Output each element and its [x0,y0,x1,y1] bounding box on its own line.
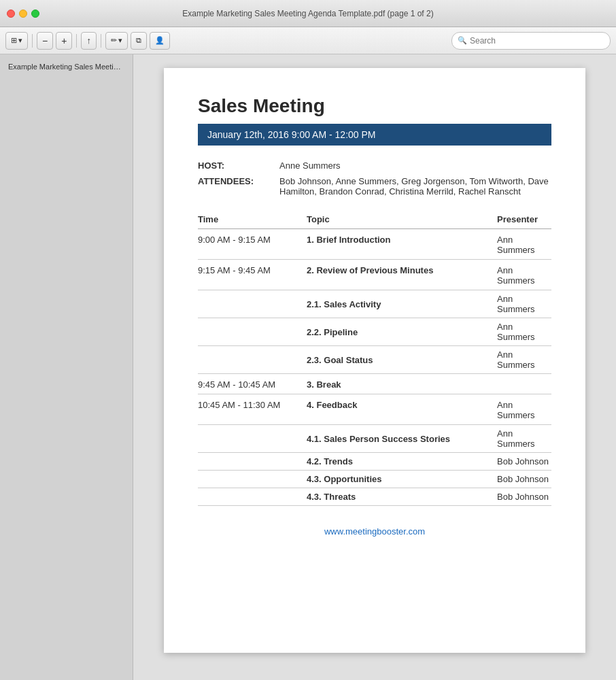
close-button[interactable] [7,10,15,18]
separator-3 [101,34,101,48]
traffic-lights [7,10,39,18]
agenda-sub-topic: 4.3. Opportunities [307,471,497,488]
attendees-label: ATTENDEES: [198,173,279,199]
layout: Example Marketing Sales Meeting... Sales… [0,54,616,680]
table-row: 4.2. Trends Bob Johnson [198,453,551,471]
agenda-topic: 4. Feedback [307,394,497,425]
table-row: 4.3. Threats Bob Johnson [198,488,551,506]
page-view-button[interactable]: ⧉ [131,32,147,50]
agenda-sub-topic: 2.1. Sales Activity [307,290,497,318]
agenda-sub-time [198,425,307,453]
sidebar: Example Marketing Sales Meeting... [0,54,133,680]
agenda-topic: 3. Break [307,374,497,394]
share-icon: ↑ [86,35,91,46]
agenda-sub-time [198,290,307,318]
page-view-icon: ⧉ [136,36,141,45]
agenda-sub-presenter: Ann Summers [497,290,551,318]
col-topic-header: Topic [307,210,497,229]
toolbar: ⊞ ▾ − + ↑ ✏ ▾ ⧉ 👤 🔍 [0,27,616,54]
agenda-table: Time Topic Presenter 9:00 AM - 9:15 AM 1… [198,210,551,506]
agenda-presenter: Ann Summers [497,394,551,425]
agenda-time: 9:15 AM - 9:45 AM [198,260,307,290]
titlebar: Example Marketing Sales Meeting Agenda T… [0,0,616,27]
info-table: HOST: Anne Summers ATTENDEES: Bob Johnso… [198,158,551,199]
agenda-sub-topic: 4.1. Sales Person Success Stories [307,425,497,453]
view-icon: ⊞ [11,36,17,45]
agenda-presenter: Ann Summers [497,229,551,260]
host-value: Anne Summers [279,158,551,173]
table-row: 9:15 AM - 9:45 AM 2. Review of Previous … [198,260,551,290]
pdf-page: Sales Meeting January 12th, 2016 9:00 AM… [164,68,585,653]
agenda-topic: 1. Brief Introduction [307,229,497,260]
window-title: Example Marketing Sales Meeting Agenda T… [182,9,433,18]
footer-link: www.meetingbooster.com [198,526,551,537]
table-row: 10:45 AM - 11:30 AM 4. Feedback Ann Summ… [198,394,551,425]
agenda-sub-topic: 4.3. Threats [307,488,497,506]
search-icon: 🔍 [458,36,467,45]
user-button[interactable]: 👤 [150,32,170,50]
table-row: 9:45 AM - 10:45 AM 3. Break [198,374,551,394]
table-row: 2.3. Goal Status Ann Summers [198,346,551,374]
search-input[interactable] [470,36,604,46]
view-toggle-button[interactable]: ⊞ ▾ [5,32,28,50]
table-row: 2.2. Pipeline Ann Summers [198,318,551,346]
agenda-sub-topic: 4.2. Trends [307,453,497,471]
document-title: Sales Meeting [198,95,551,117]
date-bar: January 12th, 2016 9:00 AM - 12:00 PM [198,124,551,146]
agenda-sub-presenter: Bob Johnson [497,488,551,506]
agenda-time: 9:45 AM - 10:45 AM [198,374,307,394]
table-row: 2.1. Sales Activity Ann Summers [198,290,551,318]
zoom-in-icon: + [61,35,67,46]
agenda-time: 10:45 AM - 11:30 AM [198,394,307,425]
annotate-button[interactable]: ✏ ▾ [105,32,128,50]
col-presenter-header: Presenter [497,210,551,229]
agenda-sub-presenter: Bob Johnson [497,453,551,471]
agenda-sub-presenter: Bob Johnson [497,471,551,488]
separator-2 [76,34,77,48]
agenda-time: 9:00 AM - 9:15 AM [198,229,307,260]
agenda-presenter: Ann Summers [497,260,551,290]
annotate-chevron-icon: ▾ [118,36,122,45]
annotate-icon: ✏ [111,36,117,45]
agenda-sub-presenter: Ann Summers [497,318,551,346]
agenda-sub-topic: 2.2. Pipeline [307,318,497,346]
host-row: HOST: Anne Summers [198,158,551,173]
agenda-sub-time [198,453,307,471]
search-box[interactable]: 🔍 [451,32,611,50]
minimize-button[interactable] [19,10,27,18]
zoom-out-icon: − [42,35,48,46]
user-icon: 👤 [155,36,165,45]
agenda-sub-time [198,318,307,346]
col-time-header: Time [198,210,307,229]
agenda-sub-time [198,471,307,488]
agenda-topic: 2. Review of Previous Minutes [307,260,497,290]
zoom-out-button[interactable]: − [37,32,53,50]
zoom-in-button[interactable]: + [56,32,72,50]
main-content: Sales Meeting January 12th, 2016 9:00 AM… [133,54,616,680]
agenda-sub-presenter: Ann Summers [497,425,551,453]
table-row: 4.1. Sales Person Success Stories Ann Su… [198,425,551,453]
host-label: HOST: [198,158,279,173]
attendees-row: ATTENDEES: Bob Johnson, Anne Summers, Gr… [198,173,551,199]
agenda-presenter [497,374,551,394]
sidebar-item-document[interactable]: Example Marketing Sales Meeting... [3,60,130,73]
agenda-sub-presenter: Ann Summers [497,346,551,374]
agenda-header-row: Time Topic Presenter [198,210,551,229]
agenda-sub-time [198,346,307,374]
agenda-sub-time [198,488,307,506]
chevron-down-icon: ▾ [18,36,22,45]
share-button[interactable]: ↑ [81,32,97,50]
maximize-button[interactable] [31,10,39,18]
table-row: 9:00 AM - 9:15 AM 1. Brief Introduction … [198,229,551,260]
attendees-value: Bob Johnson, Anne Summers, Greg Jorgenso… [279,173,551,199]
table-row: 4.3. Opportunities Bob Johnson [198,471,551,488]
agenda-sub-topic: 2.3. Goal Status [307,346,497,374]
separator-1 [32,34,33,48]
